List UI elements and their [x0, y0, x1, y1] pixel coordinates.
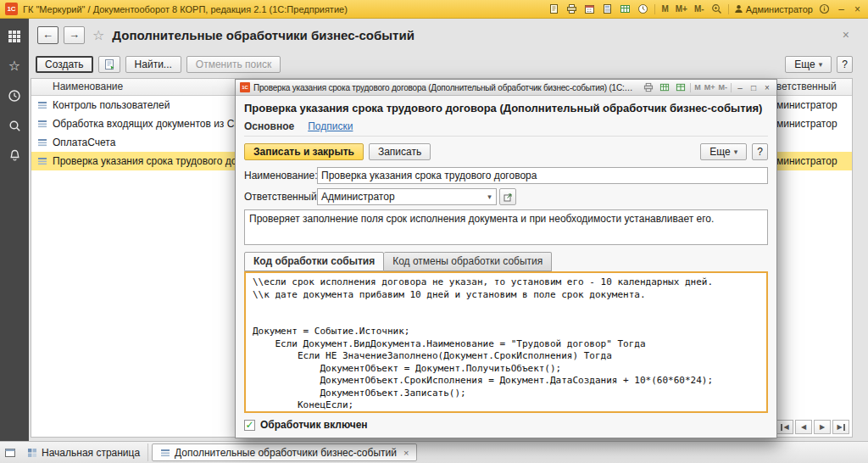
scale-m-minus-button[interactable]: M-: [693, 4, 705, 14]
scale-m-button[interactable]: M: [660, 4, 669, 14]
list-tab-icon: [160, 448, 170, 458]
list-item-icon: [31, 119, 53, 129]
dialog-title: Проверка указания срока трудового догово…: [253, 83, 638, 92]
responsible-combo[interactable]: Администратор ▾: [317, 188, 497, 205]
find-button[interactable]: Найти...: [125, 56, 181, 73]
minimize-dialog-button[interactable]: –: [735, 83, 745, 92]
dialog-nav: Основное Подписки: [244, 120, 768, 137]
print-icon[interactable]: [642, 81, 654, 94]
table-export-icon[interactable]: [658, 81, 670, 94]
more-label: Еще: [709, 146, 730, 158]
handler-enabled-checkbox[interactable]: ✓: [244, 420, 255, 431]
scale-m-button[interactable]: M: [694, 83, 701, 92]
first-bar: [781, 424, 782, 431]
search-icon[interactable]: [7, 118, 22, 133]
page-title: Дополнительные обработчики бизнес-событи…: [112, 28, 835, 42]
functions-menu-icon[interactable]: [7, 29, 22, 44]
calendar-icon[interactable]: [583, 3, 596, 15]
chevron-down-icon[interactable]: ▾: [483, 192, 496, 201]
more-label: Еще: [794, 59, 815, 70]
prev-page-button[interactable]: ◀: [795, 420, 812, 434]
history-clock-icon[interactable]: [637, 3, 649, 15]
back-button[interactable]: ←: [37, 26, 58, 44]
info-icon[interactable]: [818, 3, 831, 15]
description-field[interactable]: Проверяет заполнение поля срок исполнени…: [244, 209, 768, 245]
tab-main[interactable]: Основное: [244, 120, 294, 132]
next-icon: ▶: [837, 423, 842, 431]
close-window-button[interactable]: ×: [852, 3, 863, 15]
create-by-copy-button[interactable]: [98, 56, 120, 73]
document-icon[interactable]: [548, 3, 560, 15]
dialog-heading: Проверка указания срока трудового догово…: [244, 102, 768, 114]
dialog-window: 1С Проверка указания срока трудового дог…: [235, 79, 777, 438]
list-item-icon: [31, 100, 53, 110]
favorites-icon[interactable]: ☆: [7, 59, 22, 74]
windows-menu-icon[interactable]: [3, 446, 16, 459]
dialog-body: Проверка указания срока трудового догово…: [236, 96, 776, 438]
dialog-help-button[interactable]: ?: [752, 143, 768, 160]
next-page-button[interactable]: ▶: [814, 420, 831, 434]
close-dialog-button[interactable]: ×: [762, 83, 772, 92]
code-editor[interactable]: \\если срок исполнения договора не указа…: [244, 271, 768, 413]
name-field-row: Наименование: Проверка указания срока тр…: [244, 167, 768, 184]
save-and-close-button[interactable]: Записать и закрыть: [244, 143, 364, 160]
last-page-button[interactable]: ▶: [832, 420, 849, 434]
scale-m-plus-button[interactable]: M+: [675, 4, 688, 14]
tab-cancel-code[interactable]: Код отмены обработки события: [384, 252, 552, 271]
dialog-separator: [731, 83, 732, 92]
printer-icon[interactable]: [565, 3, 578, 15]
taskbar-tab-home[interactable]: Начальная страница: [19, 443, 148, 461]
scale-m-plus-button[interactable]: M+: [704, 83, 715, 92]
tab-subscriptions[interactable]: Подписки: [308, 120, 353, 132]
user-name: Администратор: [746, 4, 813, 14]
window-title: ГК "Меркурий" / Документооборот 8 КОРП, …: [23, 4, 348, 14]
prev-icon: ◀: [801, 423, 806, 431]
responsible-value: Администратор: [318, 191, 483, 203]
dialog-titlebar-tools: M M+ M- – □ ×: [642, 81, 772, 94]
list-item-icon: [31, 137, 53, 148]
scale-m-minus-button[interactable]: M-: [719, 83, 728, 92]
responsible-label: Ответственный:: [244, 191, 317, 203]
dialog-more-button[interactable]: Еще▾: [700, 143, 747, 160]
minimize-window-button[interactable]: –: [836, 3, 847, 15]
current-user[interactable]: Администратор: [734, 4, 813, 14]
more-button[interactable]: Еще▾: [785, 56, 832, 73]
dialog-titlebar: 1С Проверка указания срока трудового дог…: [236, 80, 776, 96]
close-form-button[interactable]: ×: [841, 28, 851, 42]
next-icon: ▶: [820, 423, 825, 431]
1c-dialog-icon: 1С: [240, 82, 250, 92]
history-icon[interactable]: [7, 88, 22, 103]
chevron-down-icon: ▾: [734, 148, 738, 156]
help-button[interactable]: ?: [837, 56, 853, 73]
zoom-icon[interactable]: [710, 3, 723, 15]
open-responsible-button[interactable]: [499, 188, 516, 205]
name-value: Проверка указания срока трудового догово…: [321, 170, 537, 181]
cancel-search-button[interactable]: Отменить поиск: [186, 56, 281, 73]
dialog-command-bar: Записать и закрыть Записать Еще▾ ?: [244, 143, 768, 160]
notifications-bell-icon[interactable]: [7, 148, 22, 163]
add-to-favorites-star-icon[interactable]: ☆: [92, 27, 104, 43]
calculator-icon[interactable]: [601, 3, 614, 15]
handler-enabled-row: ✓ Обработчик включен: [244, 419, 768, 431]
tab-label: Дополнительные обработчики бизнес-событи…: [175, 447, 397, 459]
open-windows-taskbar: Начальная страница Дополнительные обрабо…: [0, 441, 868, 463]
name-input[interactable]: Проверка указания срока трудового догово…: [317, 167, 768, 184]
create-button[interactable]: Создать: [36, 56, 93, 73]
close-tab-icon[interactable]: ×: [403, 448, 409, 458]
responsible-field-row: Ответственный: Администратор ▾: [244, 188, 768, 205]
left-panel: ☆: [0, 19, 29, 441]
person-icon: [734, 4, 743, 14]
first-page-button[interactable]: ◀: [776, 420, 793, 434]
taskbar-tab-active[interactable]: Дополнительные обработчики бизнес-событи…: [152, 443, 417, 461]
forward-button[interactable]: →: [64, 26, 85, 44]
name-label: Наименование:: [244, 170, 317, 181]
tab-handler-code[interactable]: Код обработки события: [244, 252, 384, 271]
prev-icon: ◀: [783, 423, 788, 431]
save-button[interactable]: Записать: [369, 143, 431, 160]
table-icon[interactable]: [619, 3, 632, 15]
maximize-dialog-button[interactable]: □: [748, 83, 759, 92]
table-settings-icon[interactable]: [674, 81, 687, 94]
chevron-down-icon: ▾: [819, 60, 823, 69]
code-tabs: Код обработки события Код отмены обработ…: [244, 252, 768, 271]
open-link-icon: [504, 192, 513, 202]
